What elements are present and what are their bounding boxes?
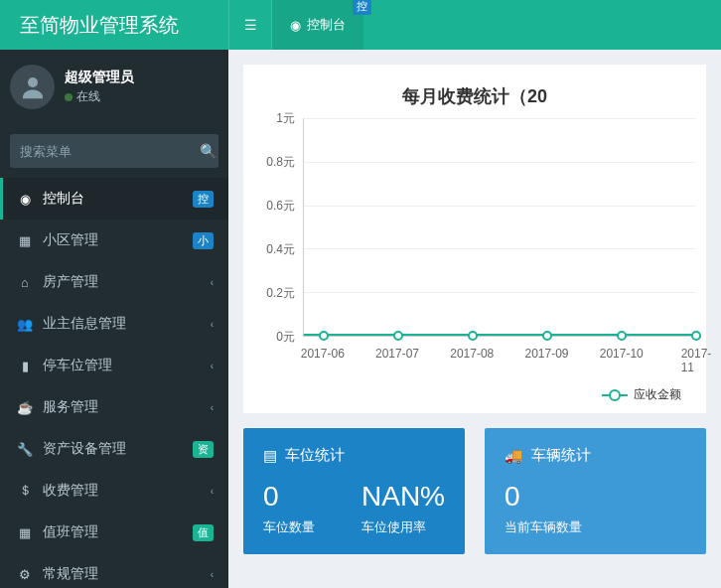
sidebar-item-1[interactable]: ▦小区管理小: [0, 220, 228, 261]
parking-icon: ▮: [15, 359, 35, 373]
y-tick: 0.6元: [266, 198, 295, 215]
sidebar-item-label: 常规管理: [43, 565, 98, 583]
grid-line: [304, 248, 696, 249]
x-tick: 2017-10: [600, 347, 644, 361]
money-icon: ＄: [15, 482, 35, 500]
x-axis: 2017-062017-072017-082017-092017-102017-…: [303, 347, 696, 367]
sidebar-toggle-button[interactable]: ☰: [228, 0, 272, 50]
y-tick: 0.4元: [266, 241, 295, 258]
data-point: [468, 331, 478, 341]
parking-icon: ▤: [263, 447, 277, 465]
svg-point-0: [28, 77, 38, 87]
chevron-left-icon: ‹: [211, 277, 214, 288]
calendar-icon: ▦: [15, 525, 35, 540]
legend-marker-icon: [602, 394, 628, 396]
y-tick: 0元: [276, 329, 295, 346]
search-button[interactable]: 🔍: [197, 134, 218, 168]
sidebar-item-5[interactable]: ☕服务管理‹: [0, 386, 228, 428]
search-input[interactable]: [10, 134, 197, 168]
legend-label: 应收金额: [634, 386, 681, 403]
status-dot-icon: [65, 93, 72, 101]
stat-header: 🚚 车辆统计: [505, 446, 686, 465]
x-tick: 2017-11: [681, 347, 712, 374]
grid-line: [304, 292, 696, 293]
status-text: 在线: [76, 88, 100, 105]
chart-plot: [303, 118, 696, 337]
stat-card-parking: ▤ 车位统计 0 车位数量 NAN% 车位使用率: [243, 428, 465, 554]
x-tick: 2017-07: [375, 347, 419, 361]
sidebar-item-label: 业主信息管理: [43, 315, 126, 333]
sidebar-item-label: 收费管理: [43, 482, 98, 500]
sidebar-item-label: 控制台: [43, 190, 84, 208]
dashboard-icon: ◉: [15, 192, 35, 207]
sidebar-item-label: 服务管理: [43, 398, 98, 416]
list-icon: ▦: [15, 233, 35, 248]
stat-title: 车辆统计: [531, 446, 591, 465]
stat-label: 车位数量: [263, 518, 332, 536]
stats-row: ▤ 车位统计 0 车位数量 NAN% 车位使用率 🚚: [243, 428, 706, 554]
data-point: [393, 331, 403, 341]
data-point: [542, 331, 552, 341]
tab-console[interactable]: ◉ 控制台 控: [272, 0, 363, 50]
sidebar-item-7[interactable]: ＄收费管理‹: [0, 470, 228, 512]
menu-badge: 小: [193, 232, 214, 249]
stat-card-vehicle: 🚚 车辆统计 0 当前车辆数量: [485, 428, 706, 554]
sidebar-item-3[interactable]: 👥业主信息管理‹: [0, 303, 228, 345]
cogs-icon: ⚙: [15, 567, 35, 582]
tab-badge: 控: [353, 0, 371, 15]
grid-line: [304, 118, 696, 119]
truck-icon: 🚚: [505, 447, 523, 465]
stat-value: NAN%: [361, 481, 445, 513]
dashboard-icon: ◉: [290, 18, 301, 33]
grid-line: [304, 162, 696, 163]
user-status: 在线: [65, 88, 134, 105]
grid-line: [304, 206, 696, 207]
tab-label: 控制台: [307, 16, 346, 34]
sidebar-item-label: 资产设备管理: [43, 440, 126, 458]
menu-badge: 值: [193, 524, 214, 541]
sidebar-item-6[interactable]: 🔧资产设备管理资: [0, 428, 228, 470]
users-icon: 👥: [15, 317, 35, 332]
sidebar-item-label: 小区管理: [43, 231, 98, 249]
data-point: [617, 331, 627, 341]
sidebar-item-9[interactable]: ⚙常规管理‹: [0, 553, 228, 588]
sidebar-item-0[interactable]: ◉控制台控: [0, 178, 228, 220]
chevron-left-icon: ‹: [211, 319, 214, 330]
search-box: 🔍: [10, 134, 218, 168]
menu-badge: 资: [193, 441, 214, 458]
chart-legend: 应收金额: [253, 376, 696, 403]
chart-title: 每月收费统计（20: [253, 84, 696, 108]
y-tick: 0.8元: [266, 154, 295, 171]
coffee-icon: ☕: [15, 400, 35, 415]
chevron-left-icon: ‹: [211, 361, 214, 371]
x-tick: 2017-09: [524, 347, 568, 361]
sidebar-item-4[interactable]: ▮停车位管理‹: [0, 345, 228, 386]
stat-value: 0: [263, 481, 332, 513]
chart-area: 1元0.8元0.6元0.4元0.2元0元 2017-062017-072017-…: [253, 118, 696, 376]
sidebar-item-8[interactable]: ▦值班管理值: [0, 512, 228, 553]
y-axis: 1元0.8元0.6元0.4元0.2元0元: [253, 118, 303, 337]
stat-label: 当前车辆数量: [505, 518, 686, 536]
sidebar-menu: ◉控制台控▦小区管理小⌂房产管理‹👥业主信息管理‹▮停车位管理‹☕服务管理‹🔧资…: [0, 178, 228, 588]
home-icon: ⌂: [15, 275, 35, 290]
stat-value: 0: [505, 481, 686, 513]
stat-label: 车位使用率: [361, 518, 445, 536]
brand-title: 至简物业管理系统: [0, 12, 228, 39]
user-name: 超级管理员: [65, 69, 134, 86]
stat-title: 车位统计: [285, 446, 345, 465]
sidebar-item-label: 停车位管理: [43, 357, 112, 374]
top-header: 至简物业管理系统 ☰ ◉ 控制台 控: [0, 0, 721, 50]
menu-badge: 控: [193, 191, 214, 208]
sidebar-item-label: 房产管理: [43, 273, 98, 291]
x-tick: 2017-08: [450, 347, 494, 361]
y-tick: 1元: [276, 110, 295, 127]
stat-header: ▤ 车位统计: [263, 446, 445, 465]
chevron-left-icon: ‹: [211, 569, 214, 580]
chevron-left-icon: ‹: [211, 486, 214, 497]
search-wrap: 🔍: [0, 124, 228, 178]
chart-line: [304, 334, 696, 336]
search-icon: 🔍: [200, 143, 216, 159]
chart-card: 每月收费统计（20 1元0.8元0.6元0.4元0.2元0元 2017-0620…: [243, 65, 706, 413]
sidebar-item-2[interactable]: ⌂房产管理‹: [0, 261, 228, 303]
x-tick: 2017-06: [301, 347, 345, 361]
